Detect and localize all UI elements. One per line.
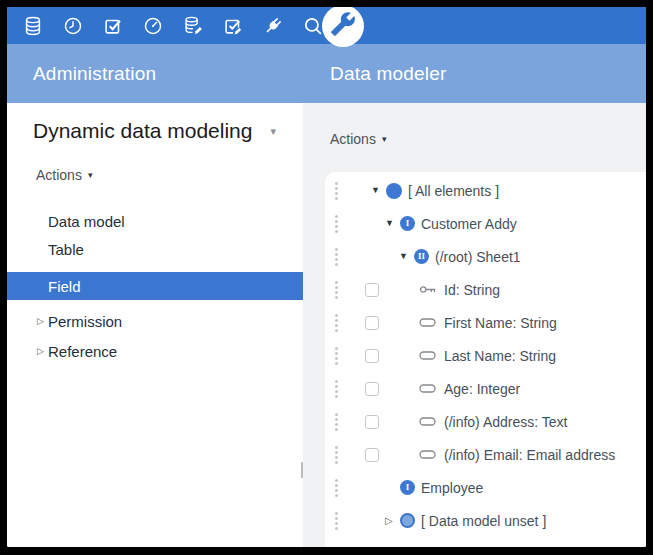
row-checkbox[interactable]	[365, 316, 379, 330]
sidebar-item-field[interactable]: Field	[7, 272, 303, 300]
tree-row-label: Age: Integer	[444, 381, 520, 397]
caret-down-icon: ▾	[382, 134, 387, 144]
sidebar-item-label: Reference	[48, 343, 117, 360]
wrench-tool-active[interactable]	[322, 7, 364, 47]
sidebar-item-label: Data model	[48, 213, 125, 230]
sidebar-item-table[interactable]: Table	[7, 235, 303, 263]
caret-down-icon: ▾	[88, 170, 93, 180]
title-caret-icon[interactable]: ▾	[270, 125, 276, 138]
tree-row-label: Customer Addy	[421, 216, 517, 232]
right-actions-dropdown[interactable]: Actions ▾	[330, 131, 386, 147]
tree-row[interactable]: (/info) Email: Email address	[325, 438, 646, 471]
roman-2-icon: II	[414, 249, 429, 264]
tree-row[interactable]: I Employee	[325, 471, 646, 504]
tree-row-label: [ Data model unset ]	[421, 513, 546, 529]
app-window: Administration Data modeler Dynamic data…	[7, 7, 646, 547]
tree-row[interactable]: (/info) Address: Text	[325, 405, 646, 438]
administration-header-label: Administration	[33, 63, 156, 85]
sidebar-item-label: Permission	[48, 313, 122, 330]
expander-icon[interactable]: ▼	[371, 186, 384, 195]
clock-icon[interactable]	[61, 14, 85, 38]
left-actions-dropdown[interactable]: Actions ▾	[36, 167, 303, 183]
tree-row[interactable]: Id: String	[325, 273, 646, 306]
field-icon	[419, 415, 438, 428]
tree-row-label: First Name: String	[444, 315, 557, 331]
drag-handle-icon[interactable]	[335, 314, 338, 332]
administration-panel: Dynamic data modeling ▾ Actions ▾ Data m…	[7, 103, 303, 547]
tree-row-label: Id: String	[444, 282, 500, 298]
key-icon	[419, 283, 438, 296]
circle-filled-icon	[386, 183, 402, 199]
drag-handle-icon[interactable]	[335, 215, 338, 233]
field-icon	[419, 448, 438, 461]
drag-handle-icon[interactable]	[335, 281, 338, 299]
tasks-edit-icon[interactable]	[221, 14, 245, 38]
tree-row-label: (/info) Address: Text	[444, 414, 567, 430]
drag-handle-icon[interactable]	[335, 248, 338, 266]
left-actions-label: Actions	[36, 167, 82, 183]
panel-headers: Administration Data modeler	[7, 44, 646, 103]
sidebar-menu: Data model Table Field ▷ Permission ▷ Re…	[7, 207, 303, 365]
row-checkbox[interactable]	[365, 283, 379, 297]
data-modeler-panel: Actions ▾ ▼ [ All elements ] ▼ I Custome…	[303, 103, 646, 547]
expander-icon[interactable]: ▷	[385, 516, 398, 526]
row-checkbox[interactable]	[365, 349, 379, 363]
page-title: Dynamic data modeling	[33, 119, 252, 143]
drag-handle-icon[interactable]	[335, 512, 338, 530]
sidebar-item-label: Field	[48, 278, 81, 295]
database-edit-icon[interactable]	[181, 14, 205, 38]
tree-row[interactable]: ▼ [ All elements ]	[325, 174, 646, 207]
tree-row[interactable]: First Name: String	[325, 306, 646, 339]
row-checkbox[interactable]	[365, 448, 379, 462]
drag-handle-icon[interactable]	[335, 446, 338, 464]
gauge-icon[interactable]	[141, 14, 165, 38]
top-toolbar	[7, 7, 646, 44]
drag-handle-icon[interactable]	[335, 479, 338, 497]
database-icon[interactable]	[21, 14, 45, 38]
tree-row-label: [ All elements ]	[408, 183, 499, 199]
field-icon	[419, 349, 438, 362]
expander-icon[interactable]: ▼	[399, 252, 412, 261]
tree-row-label: Last Name: String	[444, 348, 556, 364]
right-actions-label: Actions	[330, 131, 376, 147]
sidebar-item-permission[interactable]: ▷ Permission	[7, 307, 303, 335]
data-modeler-header-label: Data modeler	[330, 63, 446, 85]
drag-handle-icon[interactable]	[335, 182, 338, 200]
sidebar-item-label: Table	[48, 241, 84, 258]
sidebar-item-reference[interactable]: ▷ Reference	[7, 337, 303, 365]
tree-row[interactable]: ▼ II (/root) Sheet1	[325, 240, 646, 273]
field-icon	[419, 316, 438, 329]
wrench-icon	[330, 11, 356, 41]
circle-outline-icon	[400, 513, 415, 528]
tasks-icon[interactable]	[101, 14, 125, 38]
drag-handle-icon[interactable]	[335, 380, 338, 398]
row-checkbox[interactable]	[365, 382, 379, 396]
tree-row[interactable]: Age: Integer	[325, 372, 646, 405]
drag-handle-icon[interactable]	[335, 413, 338, 431]
expander-icon[interactable]: ▼	[385, 219, 398, 228]
drag-handle-icon[interactable]	[335, 347, 338, 365]
administration-header: Administration	[7, 44, 303, 103]
tree-row[interactable]: Last Name: String	[325, 339, 646, 372]
data-modeler-header: Data modeler	[303, 44, 646, 103]
tree: ▼ [ All elements ] ▼ I Customer Addy ▼ I…	[325, 172, 646, 547]
tree-row-label: Employee	[421, 480, 483, 496]
roman-1-icon: I	[400, 480, 415, 495]
tree-row[interactable]: ▷ [ Data model unset ]	[325, 504, 646, 537]
caret-right-icon: ▷	[37, 316, 48, 326]
plug-icon[interactable]	[261, 14, 285, 38]
tree-row[interactable]: ▼ I Customer Addy	[325, 207, 646, 240]
tree-row-label: (/root) Sheet1	[435, 249, 521, 265]
row-checkbox[interactable]	[365, 415, 379, 429]
caret-right-icon: ▷	[37, 346, 48, 356]
tree-row-label: (/info) Email: Email address	[444, 447, 615, 463]
field-icon	[419, 382, 438, 395]
roman-1-icon: I	[400, 216, 415, 231]
sidebar-item-data-model[interactable]: Data model	[7, 207, 303, 235]
